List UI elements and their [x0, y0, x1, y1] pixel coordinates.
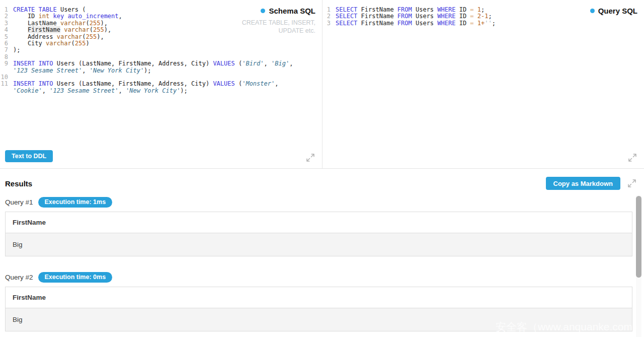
query2-label: Query #2: [5, 274, 33, 281]
code-token: ,: [264, 60, 271, 67]
expand-results-icon[interactable]: [627, 178, 637, 188]
code-token: ,: [119, 87, 126, 94]
schema-panel-title: Schema SQL: [269, 7, 315, 15]
code-token: );: [13, 46, 20, 53]
code-token: LastName: [13, 20, 60, 27]
code-text: ID int key auto_increment,: [13, 13, 122, 20]
code-token: FirstName: [357, 20, 397, 27]
code-token: Users (LastName, FirstName, Address, Cit…: [53, 60, 213, 67]
line-number: [0, 88, 13, 94]
code-token: ),: [97, 33, 104, 40]
line-number: 6: [0, 40, 13, 47]
code-line: 'Cookie', '123 Sesame Street', 'New York…: [0, 88, 322, 94]
code-token: ,: [275, 80, 278, 87]
code-token: ): [86, 40, 90, 47]
code-token: FirstName: [357, 6, 397, 13]
query2-result-block: Query #2 Execution time: 0ms FirstName B…: [0, 272, 644, 331]
code-token: ,: [42, 87, 49, 94]
line-number: 1: [0, 7, 13, 13]
code-line: '123 Sesame Street', 'New York City');: [0, 68, 322, 74]
query-sql-editor[interactable]: 1SELECT FirstName FROM Users WHERE ID = …: [322, 0, 644, 168]
code-token: VALUES: [213, 80, 234, 87]
code-token: '123 Sesame Street': [13, 67, 82, 74]
code-token: varchar: [64, 26, 90, 33]
code-token: key auto_increment: [53, 13, 119, 20]
expand-query-icon[interactable]: [627, 153, 637, 163]
line-number: 3: [0, 20, 13, 27]
code-line: 8: [0, 54, 322, 60]
table-column-header: FirstName: [6, 287, 632, 308]
editor-panels: 1CREATE TABLE Users (2 ID int key auto_i…: [0, 0, 644, 169]
line-number: 2: [0, 13, 13, 20]
code-text: LastName varchar(255),: [13, 20, 108, 27]
code-text: 'Cookie', '123 Sesame Street', 'New York…: [13, 88, 188, 94]
results-header: Results Copy as Markdown: [0, 176, 644, 190]
line-number: 1: [323, 7, 336, 13]
code-line: 7);: [0, 47, 322, 53]
code-token: varchar: [57, 33, 83, 40]
results-scrollbar-thumb[interactable]: [636, 196, 641, 278]
code-text: FirstName varchar(255),: [13, 27, 111, 33]
code-token: [474, 20, 477, 27]
code-line: 6 City varchar(255): [0, 40, 322, 47]
code-text: City varchar(255): [13, 40, 90, 47]
copy-as-markdown-button[interactable]: Copy as Markdown: [546, 177, 620, 190]
query-panel-label: Query SQL: [590, 7, 637, 15]
expand-schema-icon[interactable]: [305, 153, 315, 163]
line-number: 9: [0, 60, 13, 67]
table-row: Big: [6, 308, 632, 331]
code-token: =: [470, 20, 473, 27]
code-token: ,: [82, 67, 89, 74]
code-token: 2-1: [477, 13, 489, 20]
results-section: Results Copy as Markdown Query #1 Execut…: [0, 169, 644, 337]
query2-execution-time-badge: Execution time: 0ms: [38, 272, 113, 283]
schema-hint-line2: UPDATE etc.: [242, 27, 315, 35]
code-token: FROM: [397, 13, 412, 20]
text-to-ddl-button[interactable]: Text to DDL: [5, 150, 53, 162]
code-token: '123 Sesame Street': [49, 87, 118, 94]
code-token: Users (LastName, FirstName, Address, Cit…: [53, 80, 213, 87]
code-token: 'New York City': [90, 67, 144, 74]
code-token: 255: [90, 20, 101, 27]
table-row: Big: [6, 233, 632, 256]
code-token: ),: [100, 20, 107, 27]
code-token: ID: [455, 13, 470, 20]
code-token: varchar: [46, 40, 71, 47]
code-text: SELECT FirstName FROM Users WHERE ID = 1…: [336, 20, 496, 27]
schema-sql-editor[interactable]: 1CREATE TABLE Users (2 ID int key auto_i…: [0, 0, 322, 168]
code-token: INSERT INTO: [13, 80, 53, 87]
code-token: 1: [477, 6, 481, 13]
code-token: SELECT: [336, 13, 357, 20]
code-token: [474, 13, 477, 20]
results-title: Results: [5, 179, 32, 188]
line-number: 8: [0, 54, 13, 60]
code-token: ,: [119, 13, 122, 20]
code-token: CREATE TABLE: [13, 6, 57, 13]
code-token: ;: [481, 6, 485, 13]
line-number: 2: [323, 13, 336, 20]
code-text: INSERT INTO Users (LastName, FirstName, …: [13, 81, 278, 87]
code-token: 'New York City': [126, 87, 180, 94]
code-token: ),: [104, 26, 111, 33]
query2-result-table: FirstName Big: [5, 287, 632, 331]
code-text: );: [13, 47, 20, 53]
code-token: [474, 6, 477, 13]
code-text: '123 Sesame Street', 'New York City');: [13, 68, 151, 74]
schema-hint-line1: CREATE TABLE, INSERT,: [242, 19, 315, 27]
code-token: ID: [13, 13, 39, 20]
code-token: int: [39, 13, 50, 20]
line-number: 3: [323, 20, 336, 27]
schema-status-dot-icon: [261, 9, 265, 13]
code-token: VALUES: [213, 60, 234, 67]
code-line: 9INSERT INTO Users (LastName, FirstName,…: [0, 60, 322, 67]
code-token: ;: [489, 13, 492, 20]
code-token: 'Bird': [242, 60, 264, 67]
code-token: ;: [492, 20, 496, 27]
query1-result-block: Query #1 Execution time: 1ms FirstName B…: [0, 197, 644, 256]
code-token: ID: [455, 20, 470, 27]
code-token: Users (: [57, 6, 86, 13]
code-line: 11INSERT INTO Users (LastName, FirstName…: [0, 81, 322, 87]
code-text: SELECT FirstName FROM Users WHERE ID = 2…: [336, 13, 492, 20]
line-number: 11: [0, 81, 13, 87]
code-token: Users: [412, 6, 438, 13]
